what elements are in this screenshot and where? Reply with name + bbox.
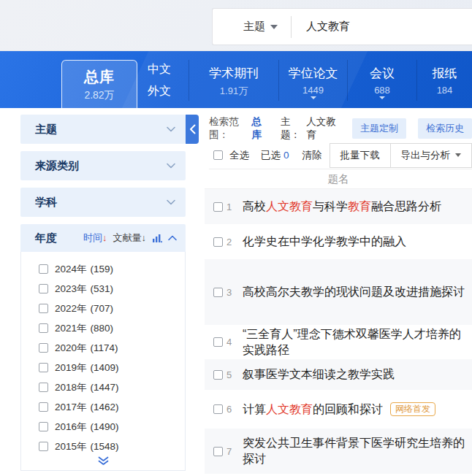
result-index: 3 bbox=[227, 287, 243, 298]
year-checkbox[interactable] bbox=[39, 383, 48, 392]
result-checkbox[interactable] bbox=[213, 288, 223, 297]
topic-label: 主题： bbox=[281, 115, 306, 142]
sidebar-section-2[interactable]: 学科 bbox=[20, 188, 186, 217]
language-option-1[interactable]: 外文 bbox=[148, 83, 171, 99]
language-switch: 中文外文 bbox=[148, 61, 171, 99]
scope-label: 检索范围： bbox=[209, 115, 252, 142]
year-filter-item[interactable]: 2023年 (531) bbox=[21, 279, 185, 299]
export-analyze-button[interactable]: 导出与分析 bbox=[391, 143, 472, 168]
result-checkbox[interactable] bbox=[213, 404, 223, 414]
language-option-0[interactable]: 中文 bbox=[148, 61, 171, 77]
sort-desc-arrow-icon: ↓ bbox=[102, 232, 107, 243]
result-title-link[interactable]: 高校高尔夫教学的现状问题及改进措施探讨 bbox=[243, 284, 468, 300]
sort-by-time-button[interactable]: 时间↓ bbox=[83, 231, 107, 245]
year-filter-title: 年度 bbox=[35, 231, 57, 245]
select-all-checkbox[interactable] bbox=[213, 150, 223, 160]
year-checkbox[interactable] bbox=[39, 402, 48, 412]
filter-sidebar: 主题 来源类别 学科 bbox=[20, 115, 186, 224]
result-row: 6 计算人文教育的回顾和探讨网络首发 bbox=[205, 390, 472, 429]
top-header: 主题 人文教育 bbox=[0, 0, 472, 51]
sidebar-section-1[interactable]: 来源类别 bbox=[20, 151, 186, 180]
chevron-down-icon bbox=[270, 25, 278, 29]
results-main-panel: 检索范围： 总库 主题： 人文教育 主题定制 检索历史 全选 已选0 清除 批量… bbox=[205, 113, 472, 476]
result-checkbox[interactable] bbox=[213, 202, 223, 212]
year-checkbox[interactable] bbox=[39, 304, 48, 313]
bar-chart-icon[interactable] bbox=[152, 233, 162, 243]
selected-label: 已选0 bbox=[261, 149, 289, 162]
nav-tab-3[interactable]: 报纸 184 bbox=[416, 60, 472, 101]
topic-customize-button[interactable]: 主题定制 bbox=[352, 118, 406, 139]
year-filter-list: 2024年 (159) 2023年 (531) 2022年 (707) 2021… bbox=[20, 252, 186, 471]
results-toolbar: 全选 已选0 清除 批量下载 导出与分析 bbox=[209, 143, 472, 169]
year-filter-item[interactable]: 2018年 (1447) bbox=[21, 377, 185, 397]
year-checkbox[interactable] bbox=[39, 343, 48, 353]
total-tab-label: 总库 bbox=[62, 67, 137, 87]
chevron-up-icon[interactable] bbox=[168, 235, 177, 241]
results-column-header-title[interactable]: 题名 bbox=[205, 169, 472, 189]
year-checkbox[interactable] bbox=[39, 422, 48, 431]
scope-value-link[interactable]: 总库 bbox=[252, 115, 269, 142]
result-row: 7 突发公共卫生事件背景下医学研究生培养的探讨 bbox=[205, 429, 472, 474]
result-title-link[interactable]: “三全育人”理念下德术双馨医学人才培养的实践路径 bbox=[243, 326, 468, 358]
chevron-down-icon bbox=[167, 126, 175, 132]
first-online-badge: 网络首发 bbox=[390, 402, 435, 416]
nav-tab-0[interactable]: 学术期刊 1.91万 bbox=[189, 60, 278, 101]
year-filter-header: 年度 时间↓ 文献量↓ bbox=[20, 224, 186, 252]
search-input[interactable]: 人文教育 bbox=[292, 20, 472, 34]
chevron-down-icon bbox=[455, 153, 461, 157]
chevron-down-icon bbox=[311, 96, 316, 99]
result-row: 4 “三全育人”理念下德术双馨医学人才培养的实践路径 bbox=[205, 325, 472, 359]
year-checkbox[interactable] bbox=[39, 363, 48, 372]
year-filter-item[interactable]: 2024年 (159) bbox=[21, 259, 185, 279]
result-title-link[interactable]: 叙事医学文本细读之教学实践 bbox=[243, 366, 468, 383]
result-index: 2 bbox=[227, 237, 243, 247]
year-filter-section: 年度 时间↓ 文献量↓ 2024年 bbox=[20, 224, 186, 471]
year-checkbox[interactable] bbox=[39, 284, 48, 293]
result-row: 1 高校人文教育与科学教育融合思路分析 bbox=[205, 189, 472, 224]
double-chevron-down-icon bbox=[21, 456, 185, 466]
result-row: 5 叙事医学文本细读之教学实践 bbox=[205, 359, 472, 390]
sort-desc-arrow-icon: ↓ bbox=[142, 232, 147, 243]
select-all-label[interactable]: 全选 bbox=[229, 149, 249, 162]
clear-selection-button[interactable]: 清除 bbox=[302, 149, 322, 162]
year-filter-item[interactable]: 2015年 (1548) bbox=[21, 437, 185, 456]
result-checkbox[interactable] bbox=[213, 337, 223, 347]
database-nav-bar: 学术期刊 1.91万 学位论文 1449 会议 688 报纸 184 总库 2.… bbox=[0, 51, 472, 108]
chevron-left-icon bbox=[189, 124, 196, 134]
show-more-years-button[interactable] bbox=[21, 456, 185, 466]
sidebar-section-0[interactable]: 主题 bbox=[20, 115, 186, 144]
year-filter-item[interactable]: 2022年 (707) bbox=[21, 299, 185, 318]
year-filter-item[interactable]: 2017年 (1462) bbox=[21, 397, 185, 417]
result-title-link[interactable]: 化学史在中学化学教学中的融入 bbox=[243, 234, 468, 250]
year-checkbox[interactable] bbox=[39, 264, 48, 274]
sort-by-volume-button[interactable]: 文献量↓ bbox=[113, 231, 147, 245]
year-filter-item[interactable]: 2016年 (1490) bbox=[21, 417, 185, 437]
chevron-down-icon bbox=[167, 199, 175, 205]
result-checkbox[interactable] bbox=[213, 237, 223, 247]
batch-download-button[interactable]: 批量下载 bbox=[330, 143, 391, 168]
result-index: 7 bbox=[227, 446, 243, 457]
result-title-link[interactable]: 高校人文教育与科学教育融合思路分析 bbox=[243, 199, 468, 215]
year-filter-item[interactable]: 2019年 (1409) bbox=[21, 358, 185, 377]
year-filter-item[interactable]: 2020年 (1174) bbox=[21, 338, 185, 358]
search-history-button[interactable]: 检索历史 bbox=[418, 118, 472, 139]
search-field-label: 主题 bbox=[243, 20, 265, 34]
result-title-link[interactable]: 突发公共卫生事件背景下医学研究生培养的探讨 bbox=[243, 435, 468, 467]
nav-tab-2[interactable]: 会议 688 bbox=[347, 60, 416, 101]
search-field-dropdown[interactable]: 主题 bbox=[213, 9, 291, 45]
result-checkbox[interactable] bbox=[213, 447, 223, 456]
nav-tab-1[interactable]: 学位论文 1449 bbox=[278, 60, 347, 101]
chevron-down-icon bbox=[167, 163, 175, 169]
sidebar-collapse-button[interactable] bbox=[186, 115, 199, 144]
nav-tab-total-active[interactable]: 总库 2.82万 bbox=[61, 60, 137, 108]
year-filter-item[interactable]: 2021年 (880) bbox=[21, 318, 185, 338]
year-checkbox[interactable] bbox=[39, 442, 48, 451]
cnki-search-results-page: 主题 人文教育 学术期刊 1.91万 学位论文 1449 会议 688 报纸 1… bbox=[0, 0, 472, 476]
total-tab-count: 2.82万 bbox=[62, 89, 137, 102]
result-title-link[interactable]: 计算人文教育的回顾和探讨网络首发 bbox=[243, 402, 468, 418]
search-box: 主题 人文教育 bbox=[212, 8, 472, 45]
search-scope-row: 检索范围： 总库 主题： 人文教育 主题定制 检索历史 bbox=[209, 117, 472, 140]
result-checkbox[interactable] bbox=[213, 370, 223, 380]
result-row: 3 高校高尔夫教学的现状问题及改进措施探讨 bbox=[205, 259, 472, 325]
year-checkbox[interactable] bbox=[39, 323, 48, 333]
